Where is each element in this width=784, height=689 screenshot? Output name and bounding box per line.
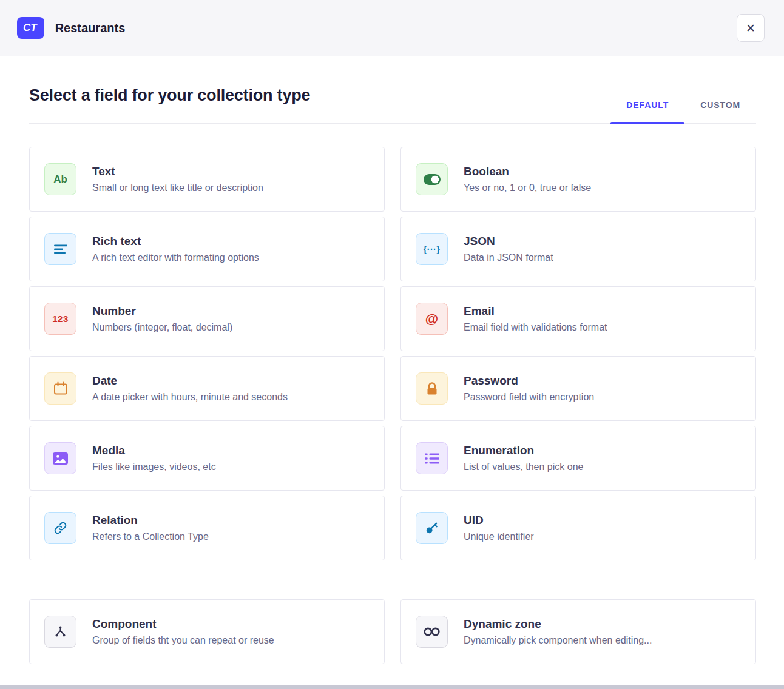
enumeration-icon: [416, 442, 448, 474]
field-card-text: BooleanYes or no, 1 or 0, true or false: [464, 165, 591, 193]
content-header: Select a field for your collection type …: [29, 86, 756, 124]
text-icon: Ab: [44, 163, 76, 195]
field-card-uid[interactable]: UIDUnique identifier: [400, 496, 756, 560]
field-card-description: Email field with validations format: [464, 322, 607, 333]
field-card-title: Media: [92, 444, 216, 457]
uid-icon: [416, 512, 448, 544]
field-card-description: A rich text editor with formating option…: [92, 252, 259, 263]
field-card-description: Small or long text like title or descrip…: [92, 183, 263, 193]
bottom-edge: [0, 685, 784, 689]
component-icon: [44, 616, 76, 648]
header-left: CT Restaurants: [17, 17, 125, 39]
field-card-description: Files like images, videos, etc: [92, 462, 216, 472]
collection-title: Restaurants: [55, 21, 126, 35]
field-card-text: TextSmall or long text like title or des…: [92, 165, 263, 193]
collection-type-badge: CT: [17, 17, 44, 39]
field-card-title: Password: [464, 374, 594, 388]
close-icon: ✕: [746, 21, 755, 35]
field-card-text: PasswordPassword field with encryption: [464, 374, 594, 403]
icon-glyph: @: [425, 311, 438, 327]
tabs: DEFAULT CUSTOM: [610, 93, 756, 123]
field-card-text: DateA date picker with hours, minute and…: [92, 374, 288, 403]
field-card-description: Unique identifier: [464, 531, 534, 542]
dynamiczone-icon: [416, 616, 448, 648]
field-card-title: Enumeration: [464, 444, 583, 457]
field-card-description: Numbers (integer, float, decimal): [92, 322, 232, 333]
field-card-text: JSONData in JSON format: [464, 235, 553, 263]
date-icon: [44, 372, 76, 405]
field-card-description: Refers to a Collection Type: [92, 531, 209, 542]
icon-glyph: Ab: [53, 173, 67, 186]
field-card-number[interactable]: 123NumberNumbers (integer, float, decima…: [29, 286, 385, 351]
field-card-title: Dynamic zone: [464, 617, 652, 631]
field-card-text: EmailEmail field with validations format: [464, 304, 607, 333]
field-card-relation[interactable]: RelationRefers to a Collection Type: [29, 496, 385, 560]
field-card-description: Data in JSON format: [464, 252, 553, 263]
password-icon: [416, 372, 448, 405]
field-card-text: MediaFiles like images, videos, etc: [92, 444, 216, 472]
tab-custom[interactable]: CUSTOM: [684, 93, 756, 123]
field-card-email[interactable]: @EmailEmail field with validations forma…: [400, 286, 756, 351]
field-card-text[interactable]: AbTextSmall or long text like title or d…: [29, 147, 385, 212]
field-card-date[interactable]: DateA date picker with hours, minute and…: [29, 356, 385, 421]
field-card-boolean[interactable]: BooleanYes or no, 1 or 0, true or false: [400, 147, 756, 212]
field-card-title: Email: [464, 304, 607, 318]
field-card-text: Dynamic zoneDynamically pick component w…: [464, 617, 652, 646]
relation-icon: [44, 512, 76, 544]
field-card-media[interactable]: MediaFiles like images, videos, etc: [29, 426, 385, 491]
field-card-description: Yes or no, 1 or 0, true or false: [464, 183, 591, 193]
field-card-description: List of values, then pick one: [464, 462, 583, 472]
bottom-fields-grid: ComponentGroup of fields tht you can rep…: [29, 599, 756, 664]
close-button[interactable]: ✕: [737, 14, 765, 42]
field-card-title: Component: [92, 617, 274, 631]
icon-glyph: 123: [52, 314, 69, 324]
field-card-title: JSON: [464, 235, 553, 248]
field-card-description: Dynamically pick component when editing.…: [464, 635, 652, 646]
number-icon: 123: [44, 303, 76, 335]
field-card-text: RelationRefers to a Collection Type: [92, 514, 209, 542]
email-icon: @: [416, 303, 448, 335]
media-icon: [44, 442, 76, 474]
field-card-title: UID: [464, 514, 534, 527]
field-card-text: EnumerationList of values, then pick one: [464, 444, 583, 472]
field-card-title: Number: [92, 304, 232, 318]
modal-content: Select a field for your collection type …: [0, 56, 784, 664]
field-card-text: UIDUnique identifier: [464, 514, 534, 542]
field-card-json[interactable]: {···}JSONData in JSON format: [400, 217, 756, 281]
json-icon: {···}: [416, 233, 448, 265]
field-card-title: Boolean: [464, 165, 591, 178]
field-card-richtext[interactable]: Rich textA rich text editor with formati…: [29, 217, 385, 281]
field-card-description: A date picker with hours, minute and sec…: [92, 392, 288, 403]
field-card-title: Text: [92, 165, 263, 178]
fields-grid: AbTextSmall or long text like title or d…: [29, 147, 756, 560]
richtext-icon: [44, 233, 76, 265]
field-card-title: Relation: [92, 514, 209, 527]
field-card-text: ComponentGroup of fields tht you can rep…: [92, 617, 274, 646]
tab-default[interactable]: DEFAULT: [610, 93, 684, 123]
field-card-dynamiczone[interactable]: Dynamic zoneDynamically pick component w…: [400, 599, 756, 664]
icon-glyph: {···}: [424, 244, 440, 254]
field-card-description: Group of fields tht you can repeat or re…: [92, 635, 274, 646]
field-card-description: Password field with encryption: [464, 392, 594, 403]
field-card-component[interactable]: ComponentGroup of fields tht you can rep…: [29, 599, 385, 664]
field-card-text: NumberNumbers (integer, float, decimal): [92, 304, 232, 333]
field-card-text: Rich textA rich text editor with formati…: [92, 235, 259, 263]
field-card-password[interactable]: PasswordPassword field with encryption: [400, 356, 756, 421]
field-card-enumeration[interactable]: EnumerationList of values, then pick one: [400, 426, 756, 491]
modal-header: CT Restaurants ✕: [0, 0, 784, 56]
page-title: Select a field for your collection type: [29, 86, 310, 123]
field-card-title: Date: [92, 374, 288, 388]
boolean-icon: [416, 163, 448, 195]
field-card-title: Rich text: [92, 235, 259, 248]
